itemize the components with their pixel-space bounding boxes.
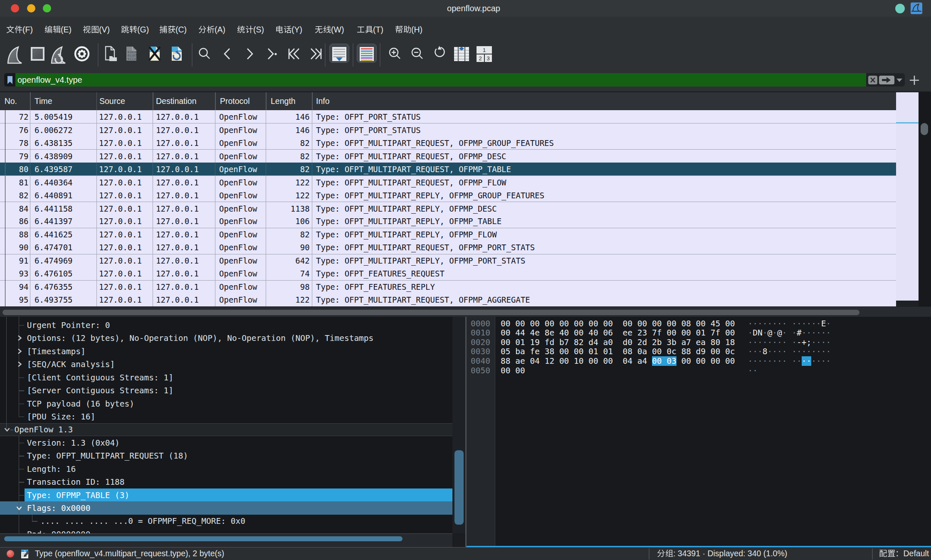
expand-arrow-icon[interactable]	[16, 348, 23, 355]
resize-columns-button[interactable]	[454, 47, 469, 62]
filter-dropdown-arrow[interactable]	[896, 79, 902, 82]
detail-item[interactable]: [SEQ/ACK analysis]	[0, 358, 452, 371]
zoom-window-button[interactable]	[43, 4, 51, 12]
packet-row-82[interactable]: 826.440891127.0.0.1127.0.0.1OpenFlow122T…	[0, 189, 896, 202]
collapse-arrow-icon[interactable]	[4, 426, 10, 433]
packet-list-header[interactable]: No.TimeSourceDestinationProtocolLengthIn…	[0, 92, 896, 110]
detail-item[interactable]: Type: OFPT_MULTIPART_REQUEST (18)	[0, 449, 452, 462]
packet-row-81[interactable]: 816.440364127.0.0.1127.0.0.1OpenFlow122T…	[0, 175, 896, 188]
detail-item[interactable]: Type: OFPMP_TABLE (3)	[0, 488, 452, 501]
stop-capture-button[interactable]	[32, 48, 44, 60]
detail-item[interactable]: Urgent Pointer: 0	[0, 318, 452, 331]
detail-item[interactable]: Transaction ID: 1188	[0, 475, 452, 488]
save-file-button[interactable]: 010100110101110	[126, 47, 137, 61]
packet-row-72[interactable]: 725.005419127.0.0.1127.0.0.1OpenFlow146T…	[0, 110, 896, 123]
auto-scroll-button[interactable]	[332, 47, 346, 61]
go-last-packet-button[interactable]	[311, 49, 321, 59]
apply-filter-button[interactable]	[879, 76, 894, 84]
packet-row-95[interactable]: 956.493755127.0.0.1127.0.0.1OpenFlow122T…	[0, 294, 896, 306]
column-resize-handle[interactable]	[215, 92, 216, 110]
detail-item[interactable]: .... .... .... ...0 = OFPMPF_REQ_MORE: 0…	[0, 515, 452, 528]
menu-item-analyze[interactable]: (A)	[198, 17, 225, 39]
menu-item-go[interactable]: (G)	[121, 17, 149, 39]
packet-row-91[interactable]: 916.474969127.0.0.1127.0.0.1OpenFlow642T…	[0, 254, 896, 267]
zoom-in-button[interactable]	[390, 48, 400, 59]
detail-item[interactable]: Flags: 0x0000	[0, 501, 452, 514]
minimize-window-button[interactable]	[27, 4, 35, 12]
detail-item[interactable]: Version: 1.3 (0x04)	[0, 436, 452, 449]
reload-file-button[interactable]: 10100110	[172, 47, 182, 61]
zoom-out-button[interactable]	[412, 48, 422, 59]
packet-row-88[interactable]: 886.441625127.0.0.1127.0.0.1OpenFlow82Ty…	[0, 228, 896, 241]
packet-list-hscroll-thumb[interactable]	[2, 310, 859, 315]
packet-row-93[interactable]: 936.476105127.0.0.1127.0.0.1OpenFlow74Ty…	[0, 267, 896, 280]
open-file-button[interactable]	[106, 47, 117, 61]
hex-row-0010[interactable]: 001000 44 4e 8e 40 00 40 06 ee 23 7f 00 …	[467, 328, 931, 338]
expert-info-icon[interactable]	[7, 550, 14, 558]
packet-row-79[interactable]: 796.438909127.0.0.1127.0.0.1OpenFlow82Ty…	[0, 149, 896, 162]
find-packet-button[interactable]	[200, 49, 210, 59]
start-capture-button[interactable]	[8, 47, 22, 63]
filter-bookmark-button[interactable]	[4, 73, 15, 86]
detail-horizontal-scrollbar[interactable]	[0, 533, 452, 548]
menu-item-statistics[interactable]: (S)	[237, 17, 264, 39]
packet-row-80[interactable]: 806.439587127.0.0.1127.0.0.1OpenFlow82Ty…	[0, 163, 896, 175]
go-forward-button[interactable]	[247, 49, 252, 59]
packet-row-90[interactable]: 906.474701127.0.0.1127.0.0.1OpenFlow90Ty…	[0, 241, 896, 254]
detail-item[interactable]: OpenFlow 1.3	[0, 423, 452, 436]
column-header-no[interactable]: No.	[5, 92, 17, 110]
collapse-arrow-icon[interactable]	[16, 505, 22, 511]
packet-row-94[interactable]: 946.476355127.0.0.1127.0.0.1OpenFlow98Ty…	[0, 280, 896, 293]
detail-item[interactable]: [Timestamps]	[0, 345, 452, 358]
packet-list-vertical-scrollbar[interactable]	[919, 92, 931, 308]
packet-row-78[interactable]: 786.438135127.0.0.1127.0.0.1OpenFlow82Ty…	[0, 136, 896, 149]
detail-item[interactable]: TCP payload (16 bytes)	[0, 397, 452, 410]
column-header-info[interactable]: Info	[316, 92, 330, 110]
column-resize-handle[interactable]	[96, 92, 97, 110]
restart-capture-button[interactable]	[52, 47, 65, 63]
packet-row-86[interactable]: 866.441397127.0.0.1127.0.0.1OpenFlow106T…	[0, 215, 896, 228]
display-filter-input[interactable]: openflow_v4.type	[15, 73, 866, 86]
hex-row-0050[interactable]: 005000 00··	[467, 366, 931, 375]
capture-options-button[interactable]	[75, 47, 89, 61]
detail-vscroll-thumb[interactable]	[454, 450, 464, 525]
menu-item-tools[interactable]: (T)	[357, 17, 383, 39]
detail-item[interactable]: Options: (12 bytes), No-Operation (NOP),…	[0, 332, 452, 345]
column-resize-handle[interactable]	[312, 92, 313, 110]
colorize-button[interactable]	[360, 47, 374, 61]
detail-hscroll-thumb[interactable]	[4, 536, 403, 542]
packet-row-84[interactable]: 846.441158127.0.0.1127.0.0.1OpenFlow1138…	[0, 202, 896, 215]
go-first-packet-button[interactable]	[289, 49, 299, 59]
expand-arrow-icon[interactable]	[16, 361, 23, 368]
capture-file-properties-icon[interactable]	[21, 549, 30, 559]
hex-row-0020[interactable]: 002000 01 19 fd b7 82 d4 a0 d0 2d 2b 3b …	[467, 338, 931, 347]
menu-item-file[interactable]: (F)	[6, 17, 33, 39]
column-header-dst[interactable]: Destination	[156, 92, 197, 110]
detail-item[interactable]: [Server Contiguous Streams: 1]	[0, 384, 452, 397]
packet-list-horizontal-scrollbar[interactable]	[0, 306, 931, 317]
menu-item-telephony[interactable]: (Y)	[275, 17, 302, 39]
column-header-time[interactable]: Time	[35, 92, 52, 110]
column-resize-handle[interactable]	[153, 92, 153, 110]
clear-filter-button[interactable]	[868, 76, 877, 84]
hex-row-0040[interactable]: 004088 ae 04 12 00 10 00 00 04 a4 00 03 …	[467, 356, 931, 366]
column-header-proto[interactable]: Protocol	[220, 92, 250, 110]
profile-status[interactable]: Default	[879, 548, 929, 560]
add-filter-button[interactable]	[909, 75, 920, 86]
detail-item[interactable]: [Client Contiguous Streams: 1]	[0, 371, 452, 384]
detail-vertical-scrollbar[interactable]	[452, 317, 465, 533]
zoom-reset-button[interactable]	[435, 46, 445, 57]
menu-item-edit[interactable]: (E)	[44, 17, 72, 39]
column-header-len[interactable]: Length	[271, 92, 296, 110]
go-to-packet-button[interactable]	[268, 49, 277, 59]
packet-list-vscroll-thumb[interactable]	[921, 123, 928, 135]
expand-arrow-icon[interactable]	[16, 335, 23, 341]
detail-item[interactable]: [PDU Size: 16]	[0, 410, 452, 423]
column-header-src[interactable]: Source	[99, 92, 125, 110]
menu-item-wireless[interactable]: (W)	[315, 17, 344, 39]
intelligent-scrollbar-minimap[interactable]	[896, 92, 919, 301]
menu-item-help[interactable]: (H)	[395, 17, 422, 39]
menu-item-capture[interactable]: (C)	[159, 17, 187, 39]
packet-row-76[interactable]: 766.006272127.0.0.1127.0.0.1OpenFlow146T…	[0, 123, 896, 136]
column-resize-handle[interactable]	[30, 92, 31, 110]
